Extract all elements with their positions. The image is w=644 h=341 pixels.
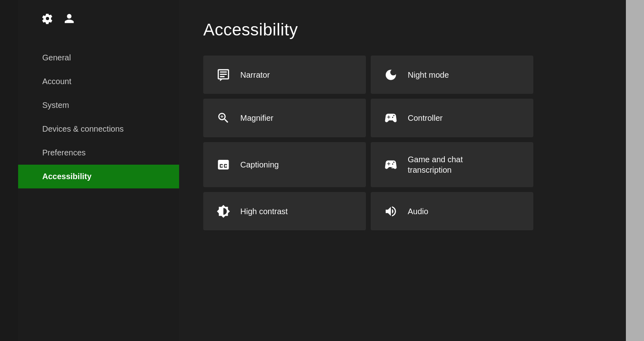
night-mode-icon: [383, 68, 399, 82]
grid-item-controller[interactable]: Controller: [371, 99, 533, 137]
sidebar-item-accessibility[interactable]: Accessibility: [18, 165, 179, 188]
audio-icon: [383, 205, 399, 218]
page-title: Accessibility: [203, 20, 602, 39]
captioning-icon: [215, 157, 231, 172]
night-mode-label: Night mode: [408, 70, 449, 80]
account-icon[interactable]: [62, 11, 76, 26]
grid-item-captioning[interactable]: Captioning: [203, 142, 366, 187]
grid-item-night-mode[interactable]: Night mode: [371, 56, 533, 94]
outer-right-bar: [626, 0, 644, 341]
narrator-label: Narrator: [240, 70, 270, 80]
sidebar-top-icons: [18, 0, 179, 34]
magnifier-icon: [215, 111, 231, 125]
app-container: General Account System Devices & connect…: [18, 0, 626, 341]
audio-label: Audio: [408, 206, 428, 217]
controller-label: Controller: [408, 113, 443, 123]
svg-rect-1: [392, 167, 395, 168]
outer-left-bar: [0, 0, 18, 341]
high-contrast-label: High contrast: [240, 206, 288, 217]
grid-item-game-chat-transcription[interactable]: Game and chat transcription: [371, 142, 533, 187]
grid-item-narrator[interactable]: Narrator: [203, 56, 366, 94]
high-contrast-icon: [215, 205, 231, 218]
sidebar-item-account[interactable]: Account: [18, 70, 179, 93]
game-chat-transcription-icon: [383, 157, 399, 172]
sidebar-item-general[interactable]: General: [18, 46, 179, 70]
grid-item-high-contrast[interactable]: High contrast: [203, 192, 366, 230]
sidebar-item-devices-connections[interactable]: Devices & connections: [18, 117, 179, 141]
controller-icon: [383, 111, 399, 125]
grid-item-audio[interactable]: Audio: [371, 192, 533, 230]
gear-icon[interactable]: [40, 11, 55, 26]
svg-rect-0: [392, 166, 396, 167]
accessibility-grid: Narrator Night mode: [203, 56, 533, 230]
narrator-icon: [215, 68, 231, 82]
game-chat-transcription-label: Game and chat transcription: [408, 154, 463, 175]
magnifier-label: Magnifier: [240, 113, 273, 123]
main-content: Accessibility Narrator: [179, 0, 626, 341]
sidebar-nav: General Account System Devices & connect…: [18, 46, 179, 188]
sidebar-item-preferences[interactable]: Preferences: [18, 141, 179, 165]
grid-item-magnifier[interactable]: Magnifier: [203, 99, 366, 137]
sidebar-item-system[interactable]: System: [18, 93, 179, 117]
captioning-label: Captioning: [240, 159, 279, 170]
sidebar: General Account System Devices & connect…: [18, 0, 179, 341]
